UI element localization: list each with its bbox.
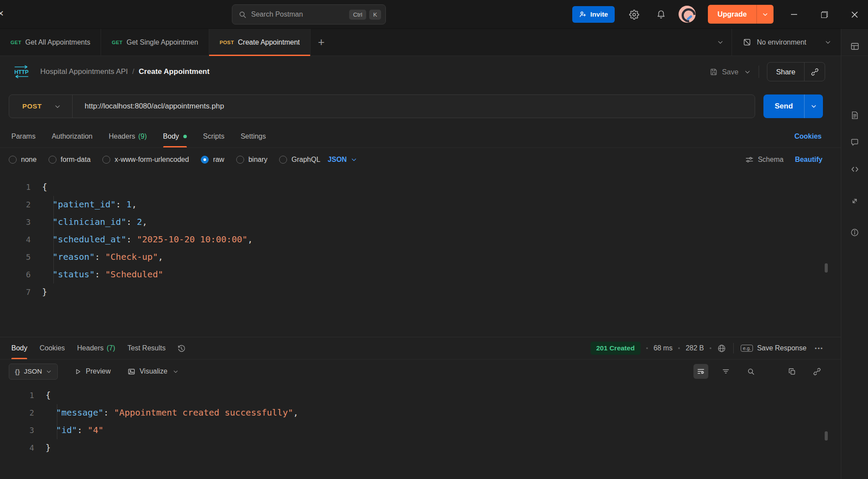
- response-scrollbar[interactable]: [825, 431, 828, 441]
- response-history-icon[interactable]: [177, 344, 186, 353]
- language-label: JSON: [328, 156, 347, 164]
- save-options-chevron-icon[interactable]: [744, 69, 751, 75]
- environment-label: No environment: [757, 38, 806, 46]
- body-type-binary[interactable]: binary: [236, 156, 268, 164]
- braces-icon: {}: [15, 368, 20, 375]
- status-badge[interactable]: 201 Created: [591, 342, 640, 355]
- save-response-button[interactable]: e.g. Save Response: [741, 344, 806, 352]
- code-line[interactable]: 2 "message": "Appointment created succes…: [0, 404, 841, 421]
- new-tab-button[interactable]: +: [311, 29, 332, 56]
- share-label: Share: [767, 63, 804, 81]
- response-format-dropdown[interactable]: {} JSON: [9, 364, 58, 380]
- link-response-icon[interactable]: [809, 364, 824, 379]
- visualize-button[interactable]: Visualize: [127, 367, 178, 376]
- invite-button[interactable]: Invite: [572, 6, 615, 23]
- tab-headers[interactable]: Headers(9): [109, 125, 147, 147]
- network-globe-icon[interactable]: [717, 344, 726, 353]
- code-line[interactable]: 3 "clinician_id": 2,: [0, 213, 841, 231]
- tab-scripts[interactable]: Scripts: [203, 125, 224, 147]
- send-options-chevron-icon[interactable]: [805, 94, 823, 118]
- url-value[interactable]: http://localhost:8080/acl/appointments.p…: [73, 102, 224, 111]
- search-input[interactable]: Search Postman Ctrl K: [232, 4, 386, 24]
- response-tab-headers[interactable]: Headers(7): [77, 337, 115, 359]
- code-line[interactable]: 4}: [0, 439, 841, 456]
- search-response-icon[interactable]: [743, 364, 758, 379]
- user-avatar[interactable]: [679, 6, 696, 23]
- code-line[interactable]: 2 "patient_id": 1,: [0, 196, 841, 213]
- documentation-icon[interactable]: [849, 109, 861, 121]
- line-number: 6: [0, 270, 31, 279]
- related-requests-icon[interactable]: [849, 195, 861, 206]
- layout-grid-icon[interactable]: [849, 41, 861, 52]
- body-type-none[interactable]: none: [9, 156, 37, 164]
- editor-scrollbar[interactable]: [825, 263, 828, 273]
- code-line[interactable]: 1{: [0, 178, 841, 196]
- response-tab-body[interactable]: Body: [11, 337, 27, 359]
- body-type-raw[interactable]: raw: [201, 156, 224, 164]
- wrap-text-icon[interactable]: [693, 364, 708, 379]
- code-text: {: [46, 390, 51, 400]
- send-button[interactable]: Send: [763, 94, 823, 118]
- breadcrumb-collection[interactable]: Hospital Appointments API: [40, 67, 128, 76]
- share-link-icon[interactable]: [805, 63, 825, 81]
- open-tab-get-single-appointmen[interactable]: GETGet Single Appointmen: [101, 29, 209, 56]
- code-line[interactable]: 5 "reason": "Check-up",: [0, 248, 841, 266]
- open-tab-create-appointment[interactable]: POSTCreate Appointment: [209, 29, 311, 56]
- visualize-label: Visualize: [140, 367, 168, 375]
- schema-button[interactable]: Schema: [745, 155, 784, 164]
- window-restore-icon[interactable]: [817, 8, 831, 21]
- tab-settings[interactable]: Settings: [241, 125, 266, 147]
- save-label: Save: [722, 68, 738, 76]
- schema-label: Schema: [758, 156, 784, 164]
- response-tab-test-results[interactable]: Test Results: [127, 337, 165, 359]
- code-snippet-icon[interactable]: [849, 164, 861, 175]
- code-line[interactable]: 4 "scheduled_at": "2025-10-20 10:00:00",: [0, 231, 841, 248]
- preview-button[interactable]: Preview: [74, 367, 111, 375]
- settings-gear-icon[interactable]: [626, 7, 641, 22]
- notifications-bell-icon[interactable]: [654, 7, 668, 22]
- radio-icon: [102, 156, 110, 164]
- image-icon: [127, 367, 136, 376]
- method-chevron-icon[interactable]: [54, 103, 61, 110]
- code-line[interactable]: 6 "status": "Scheduled": [0, 266, 841, 283]
- method-selector[interactable]: POST: [9, 102, 54, 110]
- tab-body[interactable]: Body: [163, 125, 187, 147]
- response-tab-cookies[interactable]: Cookies: [39, 337, 65, 359]
- language-selector[interactable]: JSON: [328, 156, 357, 164]
- upgrade-button[interactable]: Upgrade: [708, 5, 774, 24]
- code-line[interactable]: 3 "id": "4": [0, 421, 841, 439]
- tab-overflow-chevron-icon[interactable]: [709, 29, 732, 56]
- body-type-graphql[interactable]: GraphQL: [279, 156, 320, 164]
- body-type-form-data[interactable]: form-data: [49, 156, 91, 164]
- divider: [759, 66, 759, 78]
- info-icon[interactable]: [849, 227, 861, 238]
- open-tab-get-all-appointments[interactable]: GETGet All Appointments: [0, 29, 101, 56]
- response-size[interactable]: 282 B: [686, 344, 704, 352]
- breadcrumb-current[interactable]: Create Appointment: [139, 67, 210, 76]
- save-as-example-icon: e.g.: [741, 345, 753, 352]
- code-line[interactable]: 1{: [0, 386, 841, 404]
- save-button[interactable]: Save: [710, 68, 738, 76]
- tab-authorization[interactable]: Authorization: [52, 125, 92, 147]
- clipped-edge-icon: ✕: [0, 9, 4, 19]
- body-type-x-www-form-urlencoded[interactable]: x-www-form-urlencoded: [102, 156, 189, 164]
- method-badge: GET: [10, 40, 21, 45]
- request-body-editor[interactable]: 1{2 "patient_id": 1,3 "clinician_id": 2,…: [0, 171, 841, 337]
- code-text: "scheduled_at": "2025-10-20 10:00:00",: [42, 234, 253, 245]
- comments-icon[interactable]: [849, 136, 861, 148]
- window-minimize-icon[interactable]: [787, 8, 801, 21]
- upgrade-chevron-icon[interactable]: [757, 5, 774, 24]
- share-button[interactable]: Share: [767, 62, 825, 81]
- more-options-icon[interactable]: •••: [815, 345, 823, 352]
- response-time[interactable]: 68 ms: [654, 344, 673, 352]
- cookies-link[interactable]: Cookies: [794, 133, 822, 140]
- response-body-viewer[interactable]: 1{2 "message": "Appointment created succ…: [0, 383, 841, 479]
- tab-params[interactable]: Params: [11, 125, 35, 147]
- environment-selector[interactable]: No environment: [732, 29, 841, 56]
- code-line[interactable]: 7}: [0, 283, 841, 301]
- copy-icon[interactable]: [784, 364, 799, 379]
- url-input[interactable]: POST http://localhost:8080/acl/appointme…: [9, 94, 755, 118]
- window-close-icon[interactable]: [847, 8, 861, 21]
- filter-icon[interactable]: [718, 364, 733, 379]
- beautify-link[interactable]: Beautify: [795, 156, 822, 164]
